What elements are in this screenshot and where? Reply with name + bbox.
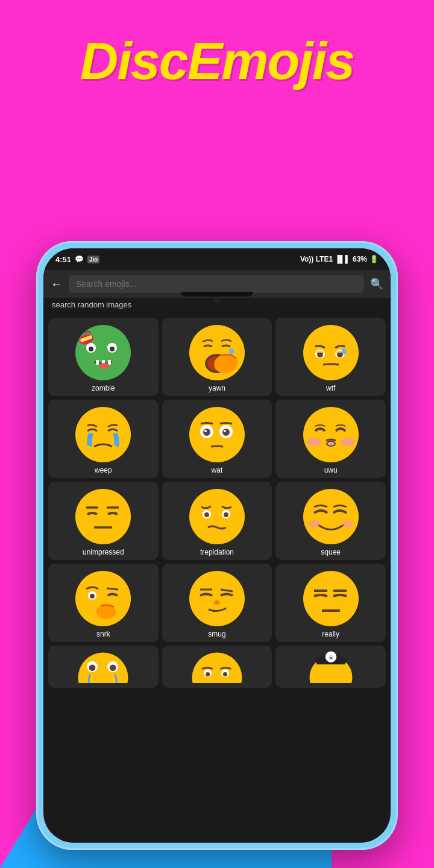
trepidation-label: trepidation bbox=[200, 548, 234, 556]
svg-point-30 bbox=[222, 429, 230, 436]
really-face bbox=[301, 568, 361, 629]
svg-point-63 bbox=[223, 672, 227, 676]
emoji-squee[interactable]: squee bbox=[275, 482, 386, 560]
svg-point-31 bbox=[204, 430, 207, 432]
emoji-really[interactable]: really bbox=[275, 564, 386, 642]
status-right: Vo)) LTE1 ▐▌▌ 63% 🔋 bbox=[300, 255, 379, 263]
svg-point-59 bbox=[192, 653, 242, 683]
svg-point-0 bbox=[75, 325, 131, 380]
yawn-face bbox=[187, 322, 247, 383]
svg-point-29 bbox=[203, 429, 210, 436]
status-bar: 4:51 💬 Jio Vo)) LTE1 ▐▌▌ 63% 🔋 bbox=[43, 248, 391, 270]
emoji-wat[interactable]: wat bbox=[162, 400, 272, 478]
search-button[interactable]: 🔍 bbox=[370, 277, 383, 291]
emoji-smug[interactable]: smug bbox=[162, 564, 272, 642]
svg-point-57 bbox=[89, 664, 96, 671]
svg-point-62 bbox=[206, 672, 210, 676]
smug-face bbox=[187, 568, 247, 629]
smug-label: smug bbox=[208, 630, 225, 638]
svg-point-53 bbox=[303, 571, 359, 626]
squee-label: squee bbox=[321, 548, 341, 556]
svg-rect-7 bbox=[108, 360, 111, 365]
status-time: 4:51 bbox=[55, 255, 71, 264]
svg-point-43 bbox=[224, 512, 228, 517]
svg-point-52 bbox=[214, 600, 220, 605]
really-label: really bbox=[322, 630, 339, 638]
svg-point-35 bbox=[341, 438, 355, 446]
svg-text:☠: ☠ bbox=[329, 655, 333, 661]
svg-point-38 bbox=[75, 489, 131, 544]
search-input[interactable] bbox=[69, 275, 364, 293]
svg-point-24 bbox=[342, 348, 347, 354]
phone-screen: 4:51 💬 Jio Vo)) LTE1 ▐▌▌ 63% 🔋 ← 🔍 searc… bbox=[43, 248, 391, 843]
svg-point-33 bbox=[303, 407, 359, 462]
svg-point-49 bbox=[90, 594, 95, 599]
svg-point-4 bbox=[110, 347, 115, 351]
snrk-label: snrk bbox=[96, 630, 110, 638]
unimpressed-label: unimpressed bbox=[83, 548, 124, 556]
svg-point-10 bbox=[99, 363, 109, 369]
svg-point-39 bbox=[189, 489, 245, 544]
battery-icon: 🔋 bbox=[370, 255, 379, 263]
weep-face bbox=[73, 404, 133, 465]
weep-label: weep bbox=[95, 466, 112, 474]
svg-rect-5 bbox=[96, 360, 99, 365]
battery-status: 63% bbox=[353, 255, 367, 263]
uwu-label: uwu bbox=[324, 466, 338, 474]
emoji-uwu[interactable]: uwu bbox=[275, 400, 386, 478]
emoji-pirate[interactable]: ☠ bbox=[275, 646, 386, 688]
back-button[interactable]: ← bbox=[51, 277, 63, 291]
emoji-snrk[interactable]: snrk bbox=[48, 564, 159, 642]
unimpressed-face bbox=[73, 486, 133, 547]
svg-point-26 bbox=[189, 407, 245, 462]
emoji-unimpressed[interactable]: unimpressed bbox=[48, 482, 159, 560]
snrk-face bbox=[73, 568, 133, 629]
zombie-label: zombie bbox=[92, 384, 115, 392]
svg-point-19 bbox=[308, 330, 354, 376]
svg-point-45 bbox=[308, 520, 320, 527]
svg-point-34 bbox=[307, 438, 321, 446]
signal-icon: Vo)) LTE1 ▐▌▌ bbox=[300, 255, 350, 263]
status-left: 4:51 💬 Jio bbox=[55, 255, 99, 264]
status-jio: Jio bbox=[87, 256, 99, 263]
notch bbox=[181, 292, 253, 297]
svg-point-15 bbox=[229, 348, 234, 354]
pirate-face: ☠ bbox=[301, 650, 361, 683]
wat-face bbox=[187, 404, 247, 465]
wtf-face bbox=[301, 322, 361, 383]
wat-label: wat bbox=[212, 466, 223, 474]
squee-face bbox=[301, 486, 361, 547]
svg-point-44 bbox=[303, 489, 359, 544]
svg-point-3 bbox=[89, 347, 93, 351]
emoji-trepidation[interactable]: trepidation bbox=[162, 482, 272, 560]
svg-point-46 bbox=[342, 520, 354, 527]
emoji-grid: zombie bbox=[43, 314, 391, 691]
trepidation-face bbox=[187, 486, 247, 547]
emoji-partial1[interactable] bbox=[48, 646, 159, 688]
svg-point-25 bbox=[75, 407, 131, 462]
app-title: DiscEmojis bbox=[0, 30, 434, 92]
emoji-zombie[interactable]: zombie bbox=[48, 318, 159, 396]
emoji-partial2[interactable] bbox=[162, 646, 272, 688]
status-chat-icon: 💬 bbox=[75, 255, 84, 263]
uwu-face bbox=[301, 404, 361, 465]
yawn-label: yawn bbox=[209, 384, 225, 392]
wtf-label: wtf bbox=[326, 384, 335, 392]
emoji-weep[interactable]: weep bbox=[48, 400, 159, 478]
svg-point-51 bbox=[189, 571, 245, 626]
svg-point-54 bbox=[78, 653, 128, 683]
emoji-wtf[interactable]: wtf bbox=[275, 318, 386, 396]
svg-point-58 bbox=[110, 664, 116, 671]
svg-point-37 bbox=[327, 442, 335, 445]
emoji-yawn[interactable]: yawn bbox=[162, 318, 272, 396]
svg-point-42 bbox=[204, 512, 209, 517]
partial2-face bbox=[187, 650, 247, 683]
zombie-face bbox=[73, 322, 133, 383]
svg-point-32 bbox=[224, 430, 226, 432]
phone-frame: 4:51 💬 Jio Vo)) LTE1 ▐▌▌ 63% 🔋 ← 🔍 searc… bbox=[36, 241, 398, 850]
notch-camera bbox=[214, 297, 220, 303]
partial1-face bbox=[73, 650, 133, 683]
